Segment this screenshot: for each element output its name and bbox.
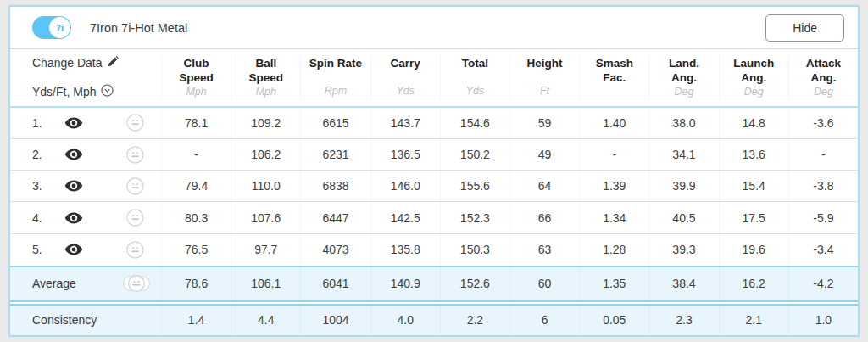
value-cell: 63: [509, 234, 579, 266]
average-row: Average 78.6 106.1 6041 140.9 152.6 60 1…: [10, 266, 858, 302]
header-club-speed: Club SpeedMph: [161, 56, 231, 99]
row-controls: 1.: [10, 108, 161, 138]
row-number: 4.: [32, 211, 59, 225]
value-cell: 6: [509, 306, 579, 335]
row-controls: 2.: [10, 139, 161, 170]
value-cell: 1.4: [161, 306, 231, 335]
average-row-controls: Average: [10, 267, 161, 300]
row-number: 1.: [32, 116, 59, 130]
header-land-angle: Land. Ang.Deg: [648, 56, 718, 99]
value-cell: 39.3: [648, 234, 718, 266]
value-cell: 135.8: [370, 234, 440, 266]
header-attack-angle: Attack Ang.Deg: [788, 56, 858, 99]
value-cell: 4073: [300, 234, 370, 266]
value-cell: 6838: [300, 171, 370, 201]
row-controls: 3.: [10, 171, 161, 201]
header-controls: Change Data Yds/Ft, Mph: [10, 56, 161, 99]
hide-button[interactable]: Hide: [765, 14, 844, 42]
value-cell: 146.0: [370, 171, 440, 201]
shot-detail-icon[interactable]: [125, 208, 145, 227]
consistency-row: Consistency 1.4 4.4 1004 4.0 2.2 6 0.05 …: [10, 304, 858, 335]
value-cell: 106.2: [231, 139, 300, 170]
value-cell: -: [788, 139, 858, 170]
club-toggle-knob: 7i: [49, 17, 70, 38]
header-spin-rate: Spin RateRpm: [300, 56, 370, 99]
value-cell: 49: [509, 139, 579, 170]
change-data-button[interactable]: Change Data: [32, 56, 161, 70]
value-cell: 1.39: [579, 171, 648, 201]
consistency-row-controls: Consistency: [10, 306, 161, 335]
table-row: 2. - 106.2 6231 136.5 150.2 49 - 34.1 13…: [10, 139, 858, 171]
eye-icon[interactable]: [64, 117, 83, 129]
units-selector[interactable]: Yds/Ft, Mph: [32, 84, 161, 99]
value-cell: 19.6: [719, 234, 788, 266]
value-cell: 39.9: [648, 171, 718, 201]
value-cell: 152.3: [440, 202, 509, 233]
value-cell: 2.2: [440, 306, 509, 335]
value-cell: 150.3: [440, 234, 509, 266]
header-ball-speed: Ball SpeedMph: [231, 56, 300, 99]
value-cell: -: [161, 139, 231, 170]
value-cell: 136.5: [370, 139, 440, 170]
shot-detail-icon[interactable]: [125, 240, 145, 260]
value-cell: 13.6: [719, 139, 788, 170]
value-cell: 143.7: [370, 108, 440, 138]
value-cell: -4.2: [788, 267, 858, 300]
shot-detail-icon[interactable]: [125, 145, 145, 165]
value-cell: 6041: [300, 267, 370, 300]
header-height: HeightFt: [509, 56, 579, 99]
value-cell: 1.35: [579, 267, 648, 300]
value-cell: 2.3: [648, 306, 718, 335]
value-cell: 1.0: [788, 306, 858, 335]
value-cell: 152.6: [440, 267, 509, 300]
value-cell: 78.6: [161, 267, 231, 300]
value-cell: 6447: [300, 202, 370, 233]
eye-icon[interactable]: [64, 149, 83, 160]
row-number: 3.: [32, 179, 59, 193]
value-cell: 79.4: [161, 171, 231, 201]
units-label: Yds/Ft, Mph: [32, 85, 96, 98]
value-cell: -3.4: [788, 234, 858, 266]
value-cell: 15.4: [719, 171, 788, 201]
eye-icon[interactable]: [64, 180, 83, 192]
eye-icon[interactable]: [64, 212, 83, 224]
value-cell: 107.6: [231, 202, 300, 233]
value-cell: -5.9: [788, 202, 858, 233]
shot-detail-icon[interactable]: [125, 113, 145, 132]
value-cell: 4.4: [231, 306, 300, 335]
value-cell: 142.5: [370, 202, 440, 233]
value-cell: 1004: [300, 306, 370, 335]
table-row: 1. 78.1 109.2 6615 143.7 154.6 59 1.40 3…: [10, 108, 858, 139]
row-controls: 4.: [10, 202, 161, 233]
value-cell: 66: [509, 202, 579, 233]
value-cell: 1.40: [579, 108, 648, 138]
grouped-shots-icon[interactable]: [122, 273, 151, 294]
value-cell: -: [579, 139, 648, 170]
shot-detail-icon[interactable]: [125, 177, 145, 196]
value-cell: 150.2: [440, 139, 509, 170]
value-cell: 38.0: [648, 108, 718, 138]
value-cell: 40.5: [648, 202, 718, 233]
value-cell: 4.0: [370, 306, 440, 335]
value-cell: 80.3: [161, 202, 231, 233]
value-cell: 154.6: [440, 108, 509, 138]
value-cell: 109.2: [231, 108, 300, 138]
value-cell: 38.4: [648, 267, 718, 300]
value-cell: 14.8: [719, 108, 788, 138]
header-carry: CarryYds: [370, 56, 440, 99]
club-data-panel: 7i 7Iron 7i-Hot Metal Hide Change Data Y…: [8, 5, 860, 337]
value-cell: -3.8: [788, 171, 858, 201]
club-toggle[interactable]: 7i: [32, 16, 71, 39]
value-cell: 106.1: [231, 267, 300, 300]
pencil-icon: [108, 56, 119, 70]
header-smash-factor: Smash Fac.: [579, 56, 648, 99]
value-cell: 1.28: [579, 234, 648, 266]
value-cell: 140.9: [370, 267, 440, 300]
eye-icon[interactable]: [64, 244, 83, 255]
table-header: Change Data Yds/Ft, Mph Club SpeedMph Ba…: [10, 49, 858, 108]
value-cell: 34.1: [648, 139, 718, 170]
header-launch-angle: Launch Ang.Deg: [719, 56, 788, 99]
panel-header: 7i 7Iron 7i-Hot Metal Hide: [10, 7, 858, 49]
change-data-label: Change Data: [32, 56, 103, 70]
consistency-label: Consistency: [32, 313, 97, 327]
